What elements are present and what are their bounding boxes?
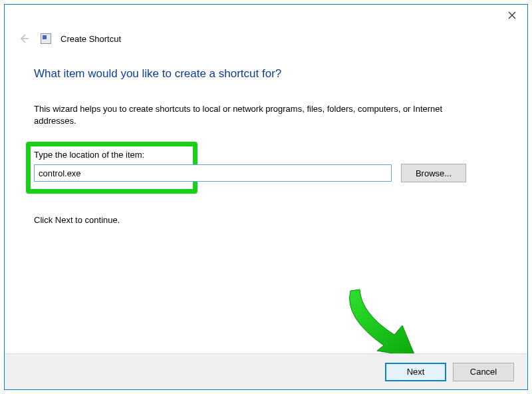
wizard-header: Create Shortcut bbox=[5, 29, 527, 49]
next-button[interactable]: Next bbox=[385, 363, 446, 381]
location-field-area: Type the location of the item: Browse... bbox=[34, 150, 498, 198]
description-text: This wizard helps you to create shortcut… bbox=[34, 103, 460, 127]
main-heading: What item would you like to create a sho… bbox=[34, 67, 498, 81]
location-input[interactable] bbox=[34, 164, 392, 182]
titlebar bbox=[5, 5, 527, 29]
continue-instruction: Click Next to continue. bbox=[34, 215, 498, 225]
wizard-title: Create Shortcut bbox=[61, 34, 121, 44]
wizard-window: Create Shortcut What item would you like… bbox=[4, 4, 528, 390]
wizard-content: What item would you like to create a sho… bbox=[5, 49, 527, 225]
close-button[interactable] bbox=[497, 5, 527, 26]
cancel-button[interactable]: Cancel bbox=[453, 363, 514, 381]
wizard-footer: Next Cancel bbox=[5, 353, 527, 389]
browse-button[interactable]: Browse... bbox=[401, 164, 466, 182]
back-arrow-icon[interactable] bbox=[17, 31, 31, 46]
arrow-annotation-icon bbox=[337, 284, 430, 364]
shortcut-icon bbox=[41, 33, 51, 44]
location-label: Type the location of the item: bbox=[34, 150, 144, 160]
